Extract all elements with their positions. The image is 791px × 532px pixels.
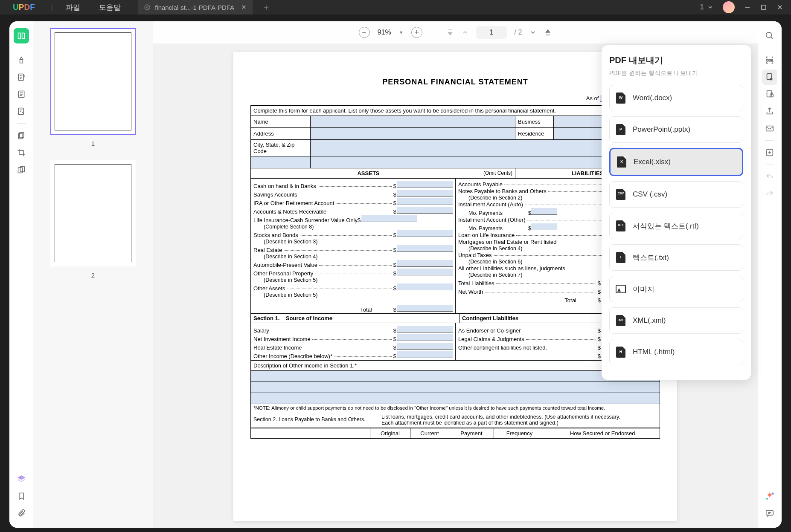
last-page-button[interactable] [544,29,552,36]
zoom-out-button[interactable]: − [359,27,370,38]
svg-rect-20 [766,511,774,515]
save-button[interactable] [762,145,777,160]
export-html[interactable]: H HTML (.html) [609,339,743,365]
ai-assistant-button[interactable] [762,489,777,504]
bookmark-button[interactable] [14,489,29,504]
menu-file[interactable]: 파일 [66,3,80,12]
tab-doc-icon [144,4,151,11]
document-tab[interactable]: financial-st...-1-PDFA-PDFA ✕ [138,0,253,14]
new-tab-button[interactable]: ＋ [262,2,270,13]
form-button[interactable] [14,87,29,102]
crop-button[interactable] [14,145,29,160]
thumbnail-panel: 1 2 [33,21,153,528]
export-title: PDF 내보내기 [609,55,743,66]
svg-point-11 [766,32,772,38]
edit-text-button[interactable] [14,69,29,85]
right-toolbar: OCR [758,21,782,528]
document-toolbar: − 91% ▼ + / 2 [153,21,758,43]
user-avatar[interactable] [723,1,735,13]
svg-rect-1 [762,5,766,9]
close-window-button[interactable] [776,4,783,11]
search-button[interactable] [762,28,777,43]
thumbnail-label: 2 [40,272,146,279]
chevron-down-icon [707,4,713,10]
redo-button[interactable] [762,186,777,202]
thumbnail-page-2[interactable]: 2 [40,160,146,279]
export-xml[interactable]: </> XML(.xml) [609,307,743,334]
export-text[interactable]: T 텍스트(.txt) [609,244,743,271]
layers-button[interactable] [14,471,29,487]
svg-rect-16 [766,126,774,131]
left-toolbar [9,21,33,528]
annotate-button[interactable] [14,52,29,68]
tab-title: financial-st...-1-PDFA-PDFA [155,4,234,11]
titlebar: UPDF | 파일 도움말 financial-st...-1-PDFA-PDF… [0,0,791,14]
first-page-button[interactable] [446,29,454,36]
svg-rect-2 [18,33,21,38]
export-csv[interactable]: CSV CSV (.csv) [609,181,743,208]
svg-point-0 [145,5,150,10]
attachment-button[interactable] [14,506,29,521]
svg-point-18 [772,493,774,495]
undo-button[interactable] [762,169,777,185]
svg-text:OCR: OCR [766,58,773,62]
svg-point-19 [766,498,768,500]
share-button[interactable] [762,104,777,119]
protect-button[interactable] [762,87,777,102]
thumbnail-label: 1 [40,140,146,147]
prev-page-button[interactable] [462,29,468,36]
reader-mode-button[interactable] [14,28,29,43]
doc-title: PERSONAL FINANCIAL STATEMENT [250,78,660,87]
export-rtf[interactable]: RTF 서식있는 텍스트(.rtf) [609,213,743,239]
minimize-button[interactable] [744,4,751,11]
zoom-value: 91% [378,29,391,36]
organize-pages-button[interactable] [14,128,29,143]
export-panel: PDF 내보내기 PDF를 원하는 형식으로 내보내기 W Word(.docx… [602,45,751,380]
page-number-input[interactable] [476,26,507,39]
export-image[interactable]: 이미지 [609,276,743,302]
window-page-indicator[interactable]: 1 [700,3,713,12]
app-logo: UPDF [13,3,35,12]
tab-close-button[interactable]: ✕ [241,3,247,11]
comment-button[interactable] [762,506,777,521]
maximize-button[interactable] [760,4,767,11]
export-subtitle: PDF를 원하는 형식으로 내보내기 [609,69,743,77]
zoom-in-button[interactable]: + [411,27,422,38]
next-page-button[interactable] [529,29,536,36]
svg-rect-3 [22,33,25,38]
export-word[interactable]: W Word(.docx) [609,85,743,111]
export-excel[interactable]: X Excel(.xlsx) [609,148,743,176]
menu-help[interactable]: 도움말 [99,3,121,12]
email-button[interactable] [762,121,777,136]
compare-button[interactable] [14,162,29,177]
export-powerpoint[interactable]: P PowerPoint(.pptx) [609,116,743,143]
main-container: 1 2 − 91% ▼ + / 2 PERSONAL FINANCIAL STA… [9,21,782,528]
ocr-button[interactable]: OCR [762,52,777,68]
fill-sign-button[interactable] [14,104,29,119]
zoom-dropdown[interactable]: ▼ [399,30,404,35]
export-button[interactable] [762,69,777,85]
thumbnail-page-1[interactable]: 1 [40,28,146,147]
